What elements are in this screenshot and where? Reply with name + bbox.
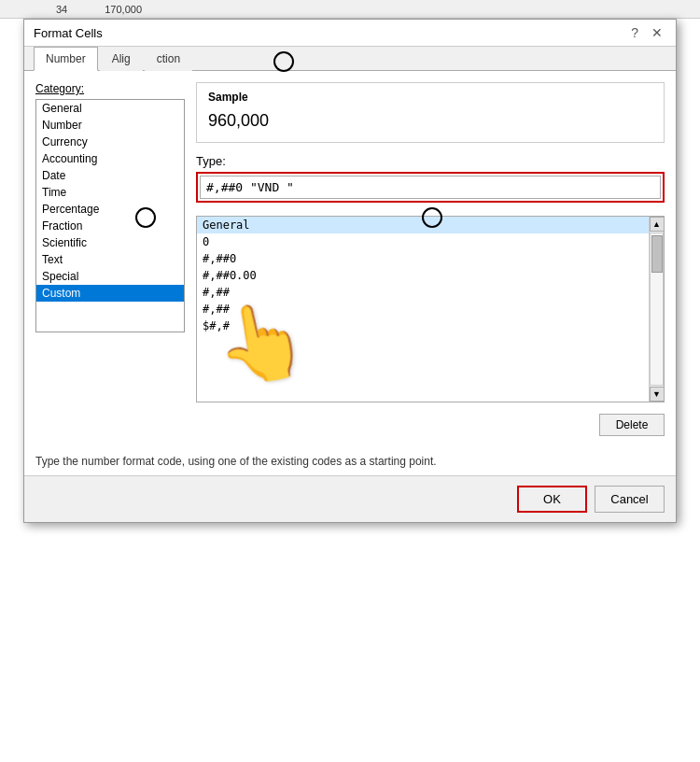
left-panel: Category: General Number Currency Accoun…	[35, 82, 185, 436]
close-button[interactable]: ✕	[648, 25, 666, 40]
category-percentage[interactable]: Percentage	[36, 201, 184, 218]
dialog-overlay: Format Cells ? ✕ Number Alig ction Categ…	[0, 0, 700, 762]
category-general[interactable]: General	[36, 100, 184, 117]
category-special[interactable]: Special	[36, 268, 184, 285]
scroll-thumb[interactable]	[651, 235, 663, 273]
hint-text: Type the number format code, using one o…	[24, 447, 676, 475]
type-section: Type:	[196, 154, 665, 208]
format-list[interactable]: General 0 #,##0 #,##0.00 #,## #,## $#,#	[197, 217, 649, 402]
category-label: Category:	[35, 82, 185, 95]
delete-row: Delete	[196, 414, 665, 436]
type-input-wrapper	[196, 172, 665, 203]
sample-section: Sample 960,000	[196, 82, 665, 143]
format-item-0[interactable]: 0	[197, 233, 649, 250]
format-item-hash2[interactable]: #,##0.00	[197, 267, 649, 284]
titlebar-controls: ? ✕	[627, 25, 666, 40]
category-currency[interactable]: Currency	[36, 134, 184, 150]
dialog-tabs: Number Alig ction	[24, 47, 676, 71]
right-panel: Sample 960,000 Type: General 0	[196, 82, 665, 436]
tab-other[interactable]: ction	[145, 47, 192, 71]
type-label: Type:	[196, 154, 665, 168]
scroll-down-arrow[interactable]: ▼	[650, 387, 665, 402]
dialog-title: Format Cells	[34, 26, 103, 40]
sample-label: Sample	[208, 91, 652, 104]
dialog-body: Category: General Number Currency Accoun…	[24, 71, 676, 447]
help-button[interactable]: ?	[627, 25, 642, 40]
category-scientific[interactable]: Scientific	[36, 234, 184, 251]
delete-button[interactable]: Delete	[599, 414, 665, 436]
format-item-hash3[interactable]: #,##	[197, 284, 649, 301]
category-time[interactable]: Time	[36, 184, 184, 201]
category-text[interactable]: Text	[36, 251, 184, 268]
cancel-button[interactable]: Cancel	[595, 486, 665, 513]
format-item-hash1[interactable]: #,##0	[197, 250, 649, 267]
format-item-dollar[interactable]: $#,#	[197, 318, 649, 334]
format-cells-dialog: Format Cells ? ✕ Number Alig ction Categ…	[23, 19, 677, 523]
scroll-up-arrow[interactable]: ▲	[650, 217, 665, 232]
format-item-general[interactable]: General	[197, 217, 649, 233]
scroll-track[interactable]	[650, 233, 664, 386]
format-item-hash4[interactable]: #,##	[197, 301, 649, 318]
tab-alignment[interactable]: Alig	[100, 47, 143, 71]
category-accounting[interactable]: Accounting	[36, 150, 184, 167]
category-list[interactable]: General Number Currency Accounting Date …	[35, 99, 185, 332]
dialog-titlebar: Format Cells ? ✕	[24, 20, 676, 47]
format-list-container: General 0 #,##0 #,##0.00 #,## #,## $#,# …	[196, 216, 665, 402]
tab-number[interactable]: Number	[34, 47, 98, 71]
category-number[interactable]: Number	[36, 117, 184, 134]
category-fraction[interactable]: Fraction	[36, 218, 184, 234]
format-list-wrapper: General 0 #,##0 #,##0.00 #,## #,## $#,# …	[196, 216, 665, 402]
type-input[interactable]	[200, 176, 661, 199]
category-date[interactable]: Date	[36, 167, 184, 184]
format-scrollbar: ▲ ▼	[649, 217, 664, 402]
sample-value: 960,000	[208, 107, 652, 134]
dialog-footer: OK Cancel	[24, 475, 676, 522]
ok-button[interactable]: OK	[517, 486, 587, 513]
category-custom[interactable]: Custom	[36, 285, 184, 302]
